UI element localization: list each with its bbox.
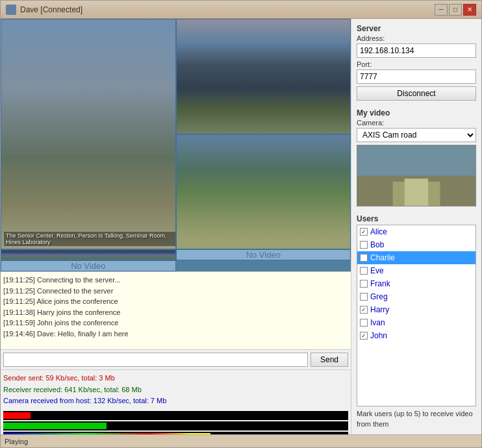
users-section-label: Users [357, 214, 476, 223]
user-name-charlie: Charlie [370, 253, 395, 262]
bar-fill-3 [3, 433, 210, 434]
user-name-ivan: Ivan [370, 318, 385, 327]
main-window: Dave [Connected] ─ □ ✕ The Senior Center… [0, 0, 482, 448]
users-list: ✓AliceBobCharlieEveFrankGreg✓HarryIvan✓J… [357, 225, 476, 406]
address-label: Address: [357, 34, 476, 42]
users-hint: Mark users (up to 5) to receive video fr… [357, 409, 476, 429]
status-bar: Playing [1, 434, 481, 447]
chat-line-4: [19:11:38] Harry joins the conference [3, 307, 348, 318]
user-checkbox-charlie[interactable] [360, 254, 368, 262]
user-checkbox-john[interactable]: ✓ [360, 332, 368, 340]
user-checkbox-alice[interactable]: ✓ [360, 228, 368, 236]
main-content: The Senior Center, Reston, Person Is Tal… [1, 19, 481, 434]
user-item-john[interactable]: ✓John [357, 329, 476, 342]
bar-fill-1 [3, 412, 31, 419]
video-cell-bottomcenter: No Video [176, 249, 351, 260]
my-video-section: My video Camera: AXIS Cam road Dave <AXI… [357, 108, 476, 209]
no-video-label-right: No Video [71, 261, 105, 271]
bar-row-1 [3, 411, 348, 420]
port-label: Port: [357, 60, 476, 68]
user-name-eve: Eve [370, 266, 384, 275]
user-name-greg: Greg [370, 292, 388, 301]
stat-camera: Camera received from host: 132 Kb/sec, t… [3, 395, 348, 407]
camera-label: Camera: [357, 119, 476, 127]
disconnect-button[interactable]: Disconnect [357, 86, 476, 101]
close-button[interactable]: ✕ [463, 4, 476, 16]
video-cell-topright [176, 19, 351, 134]
left-panel: The Senior Center, Reston, Person Is Tal… [1, 19, 351, 434]
chat-line-6: [19:14:46] Dave: Hello, finally I am her… [3, 329, 348, 340]
minimize-button[interactable]: ─ [435, 4, 448, 16]
title-bar: Dave [Connected] ─ □ ✕ [1, 1, 481, 19]
stats-area: Sender sent: 59 Kb/sec, total: 3 Mb Rece… [1, 370, 351, 410]
chat-input[interactable] [3, 353, 308, 367]
user-checkbox-frank[interactable] [360, 280, 368, 288]
user-name-alice: Alice [370, 227, 387, 236]
user-name-frank: Frank [370, 279, 390, 288]
address-input[interactable] [357, 44, 476, 58]
server-section-label: Server [357, 24, 476, 33]
chat-line-2: [19:11:25] Connected to the server [3, 286, 348, 297]
video-cell-midright [176, 134, 351, 250]
user-item-ivan[interactable]: Ivan [357, 316, 476, 329]
user-checkbox-eve[interactable] [360, 267, 368, 275]
video-grid: The Senior Center, Reston, Person Is Tal… [1, 19, 351, 272]
bar-fill-2 [3, 423, 107, 429]
chat-line-5: [19:11:59] John joins the conference [3, 317, 348, 329]
video-cell-topleft: The Senior Center, Reston, Person Is Tal… [1, 19, 176, 249]
maximize-button[interactable]: □ [449, 4, 462, 16]
user-checkbox-ivan[interactable] [360, 319, 368, 327]
send-button[interactable]: Send [311, 353, 348, 367]
my-video-label: My video [357, 108, 476, 118]
camera-select[interactable]: AXIS Cam road [357, 128, 476, 142]
no-video-label-center: No Video [246, 250, 281, 260]
chat-input-row: Send [1, 350, 351, 370]
user-checkbox-bob[interactable] [360, 241, 368, 249]
user-name-john: John [370, 331, 387, 340]
user-item-charlie[interactable]: Charlie [357, 251, 476, 264]
video-cell-bottomleft [1, 249, 176, 260]
chat-line-1: [19:11:25] Connecting to the server... [3, 275, 348, 286]
preview-svg [357, 145, 476, 206]
server-section: Server Address: Port: Disconnect [357, 24, 476, 103]
port-input[interactable] [357, 69, 476, 84]
user-name-harry: Harry [370, 305, 389, 314]
user-item-bob[interactable]: Bob [357, 238, 476, 251]
video-cell-bottomright: No Video [1, 260, 176, 271]
title-bar-left: Dave [Connected] [6, 5, 82, 15]
users-section: Users ✓AliceBobCharlieEveFrankGreg✓Harry… [357, 214, 476, 429]
svg-rect-3 [405, 179, 428, 206]
user-item-greg[interactable]: Greg [357, 290, 476, 303]
stat-sender: Sender sent: 59 Kb/sec, total: 3 Mb [3, 373, 348, 384]
user-item-alice[interactable]: ✓Alice [357, 225, 476, 238]
user-item-frank[interactable]: Frank [357, 277, 476, 290]
bar-row-2 [3, 421, 348, 430]
bars-area [1, 410, 351, 434]
video-preview-box: Dave <AXIS 205 Network Camera> Lake Mary… [357, 145, 476, 206]
chat-area: [19:11:25] Connecting to the server... [… [1, 272, 351, 350]
right-panel: Server Address: Port: Disconnect My vide… [351, 19, 481, 434]
title-bar-buttons: ─ □ ✕ [435, 4, 476, 16]
chat-line-3: [19:11:25] Alice joins the conference [3, 296, 348, 307]
window-title: Dave [Connected] [20, 5, 82, 14]
stat-receiver: Receiver received: 641 Kb/sec, total: 68… [3, 384, 348, 396]
user-item-harry[interactable]: ✓Harry [357, 303, 476, 316]
app-icon [6, 5, 16, 15]
user-checkbox-harry[interactable]: ✓ [360, 306, 368, 314]
bar-row-3 [3, 432, 348, 434]
video-overlay-topleft: The Senior Center, Reston, Person Is Tal… [4, 232, 175, 246]
user-checkbox-greg[interactable] [360, 293, 368, 301]
user-item-eve[interactable]: Eve [357, 264, 476, 277]
status-text: Playing [5, 438, 28, 445]
user-name-bob: Bob [370, 240, 384, 249]
